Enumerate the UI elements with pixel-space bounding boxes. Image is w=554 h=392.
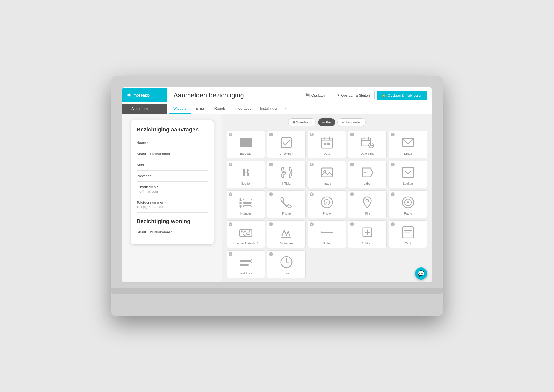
- info-badge-checkbox: i: [269, 133, 273, 136]
- radio-label: Radio: [404, 212, 412, 215]
- widget-barcode[interactable]: i Barcode: [227, 131, 265, 158]
- page-title-area: Aanmelden bezichtiging: [167, 87, 296, 103]
- label-label: Label: [364, 182, 371, 185]
- svg-rect-34: [243, 206, 251, 207]
- back-button[interactable]: ← Annuleren: [122, 104, 167, 114]
- filter-favorieten[interactable]: ★ Favorieten: [337, 118, 366, 126]
- tab-widgets[interactable]: Widgets: [169, 104, 191, 114]
- header-label: Header: [241, 182, 251, 185]
- standaard-icon: ⊞: [292, 120, 295, 124]
- info-badge-lookup: i: [391, 163, 395, 166]
- info-badge-time: i: [269, 252, 273, 256]
- favorieten-icon: ★: [342, 120, 345, 124]
- widget-time[interactable]: i Time: [267, 250, 305, 278]
- widget-email[interactable]: i Email: [389, 131, 427, 158]
- svg-rect-1: [242, 138, 242, 147]
- phone-icon: [279, 195, 294, 210]
- info-badge-slider: i: [310, 222, 314, 226]
- widget-datetime[interactable]: i Date Time: [348, 131, 386, 158]
- filter-pro[interactable]: ✏ Pro: [318, 118, 335, 126]
- html-label: HTML: [282, 182, 291, 185]
- info-badge-label: i: [350, 163, 354, 166]
- form-field-naam[interactable]: Naam *: [137, 137, 208, 148]
- chat-button[interactable]: 💬: [415, 267, 427, 280]
- widget-image[interactable]: i Image: [308, 161, 346, 188]
- svg-rect-30: [243, 199, 251, 200]
- tab-instellingen[interactable]: Instellingen: [256, 104, 283, 114]
- save-icon: 💾: [305, 93, 310, 97]
- widget-phone[interactable]: i Phone: [267, 190, 305, 218]
- widget-photo[interactable]: i Photo: [308, 190, 346, 218]
- field-placeholder-email: me@mail.com: [137, 190, 208, 194]
- widget-subform[interactable]: i Subform: [348, 220, 386, 248]
- svg-point-37: [326, 202, 327, 203]
- info-badge-number: i: [229, 192, 232, 196]
- field-label-stad: Stad: [137, 163, 208, 167]
- svg-point-38: [366, 199, 369, 202]
- svg-rect-10: [321, 138, 332, 148]
- signature-icon: [279, 225, 294, 239]
- save-close-button[interactable]: ↗ Opslaan & Sluiten: [332, 91, 375, 100]
- field-placeholder-phone: +31 (0) 71 523 80 72: [137, 205, 208, 209]
- widget-slider[interactable]: i Slider: [308, 220, 346, 248]
- save-publish-icon: 🔒: [381, 93, 386, 97]
- radio-icon: [401, 195, 415, 210]
- filter-standaard[interactable]: ⊞ Standaard: [288, 118, 316, 126]
- widget-pin[interactable]: i Pin: [348, 190, 386, 218]
- widget-html[interactable]: i 5 HTML: [267, 161, 305, 188]
- form-field-email[interactable]: E-mailadres * me@mail.com: [137, 182, 208, 197]
- form-section2-title: Bezichtiging woning: [137, 218, 208, 225]
- save-publish-button[interactable]: 🔒 Opslaan & Publiceren: [377, 91, 427, 100]
- image-label: Image: [323, 182, 331, 185]
- text-icon: [401, 225, 415, 239]
- form-field-phone[interactable]: Telefoonnummer * +31 (0) 71 523 80 72: [137, 197, 208, 213]
- widget-date[interactable]: i Date: [308, 131, 346, 158]
- field-label-email: E-mailadres *: [137, 185, 208, 189]
- phone-label: Phone: [282, 212, 291, 215]
- widget-signature[interactable]: i Signature: [267, 220, 305, 248]
- widget-header[interactable]: i B Header: [227, 161, 265, 188]
- widget-radio[interactable]: i Radio: [389, 190, 427, 218]
- widget-filters: ⊞ Standaard ✏ Pro ★ Favorieten: [227, 118, 427, 126]
- widget-text[interactable]: i Text: [389, 220, 427, 248]
- svg-text:2: 2: [240, 201, 241, 205]
- barcode-icon: [238, 135, 253, 150]
- tab-regels[interactable]: Regels: [210, 104, 230, 114]
- form-field-straat2[interactable]: Straat + huisnummer *: [137, 227, 208, 238]
- laptop-base: [111, 288, 443, 294]
- save-close-icon: ↗: [336, 93, 339, 97]
- svg-rect-0: [240, 138, 241, 147]
- widget-checkbox[interactable]: i Checkbox: [267, 131, 305, 158]
- form-field-postcode[interactable]: Postcode: [137, 171, 208, 182]
- email-icon: [401, 135, 415, 150]
- info-badge-header: i: [229, 163, 232, 166]
- info-badge-radio: i: [391, 192, 395, 196]
- widget-number[interactable]: i 123 Number: [227, 190, 265, 218]
- tab-email[interactable]: E-mail: [191, 104, 210, 114]
- photo-label: Photo: [323, 212, 331, 215]
- nav-collapse-button[interactable]: ‹: [283, 103, 289, 114]
- svg-rect-3: [244, 138, 245, 147]
- pro-icon: ✏: [322, 120, 325, 124]
- field-label-postcode: Postcode: [137, 174, 208, 178]
- form-field-straat[interactable]: Straat + huisnummer: [137, 148, 208, 159]
- favorieten-label: Favorieten: [346, 120, 361, 124]
- info-badge-photo: i: [310, 192, 314, 196]
- info-badge-pin: i: [350, 192, 354, 196]
- textarea-icon: [238, 255, 253, 269]
- save-button[interactable]: 💾 Opslaan: [301, 91, 329, 100]
- info-badge-html: i: [269, 163, 273, 166]
- tab-integraties[interactable]: Integraties: [230, 104, 256, 114]
- form-field-stad[interactable]: Stad: [137, 159, 208, 171]
- widget-licenseplate[interactable]: i License Plate (NL): [227, 220, 265, 248]
- widget-label[interactable]: i Label: [348, 161, 386, 188]
- form-section1-title: Bezichtiging aanvragen: [137, 127, 208, 133]
- subform-icon: [360, 225, 375, 239]
- date-label: Date: [324, 152, 330, 155]
- svg-rect-25: [321, 168, 332, 177]
- svg-point-44: [249, 230, 250, 232]
- brand-bar: ❋ moreapp: [122, 88, 167, 102]
- widget-lookup[interactable]: i Lookup: [389, 161, 427, 188]
- widget-textarea[interactable]: i Text Area: [227, 250, 265, 278]
- text-label: Text: [405, 242, 411, 245]
